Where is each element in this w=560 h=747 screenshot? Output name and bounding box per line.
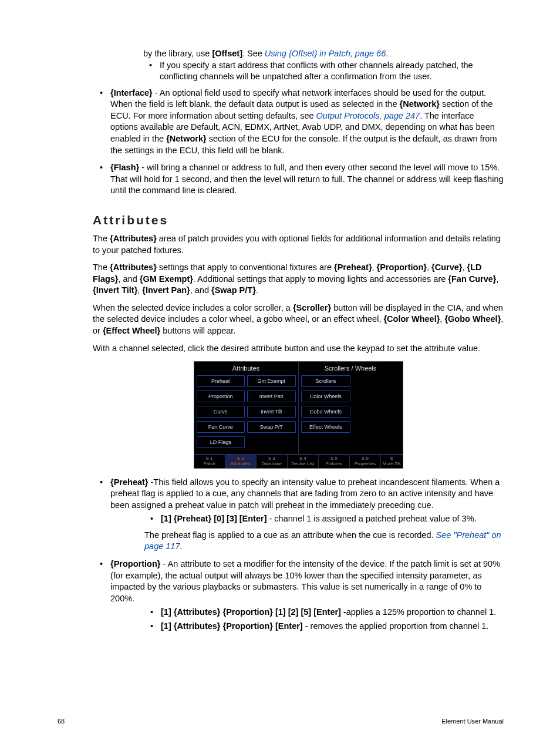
- attr-p2: The {Attributes} settings that apply to …: [93, 262, 504, 297]
- keystrokes: [1] {Preheat} [0] [3] [Enter]: [161, 514, 266, 523]
- preheat-label: {Preheat}: [110, 477, 148, 487]
- attributes-label: {Attributes}: [110, 234, 157, 243]
- output-protocols-link[interactable]: Output Protocols, page 247: [316, 111, 420, 120]
- empty-slot: [301, 436, 400, 448]
- interface-item: {Interface} - An optional field used to …: [93, 88, 504, 156]
- intro-continuation: by the library, use [Offset]. See Using …: [143, 48, 504, 83]
- lbl: {Preheat}: [334, 263, 372, 272]
- preheat-item: {Preheat} -This field allows you to spec…: [93, 477, 504, 553]
- tab-patch[interactable]: S 1Patch: [194, 455, 225, 468]
- network-label-2: {Network}: [166, 134, 207, 143]
- attributes-panel-figure: Attributes PreheatGm Exempt ProportionIn…: [194, 361, 403, 468]
- preheat-button[interactable]: Preheat: [197, 375, 245, 387]
- lbl: {Color Wheel}: [383, 314, 440, 324]
- col-title: Attributes: [197, 363, 296, 375]
- empty-slot: [353, 375, 400, 387]
- empty-slot: [353, 406, 400, 418]
- text: - channel 1 is assigned a patched prehea…: [266, 514, 476, 523]
- color-wheels-button[interactable]: Color Wheels: [301, 391, 351, 402]
- empty-slot: [353, 391, 400, 402]
- lbl: {Curve}: [431, 263, 462, 272]
- offset-key: [Offset]: [212, 49, 242, 58]
- interface-label: {Interface}: [110, 88, 153, 97]
- flash-item: {Flash} - will bring a channel or addres…: [93, 162, 504, 197]
- keystrokes: [1] {Attributes} {Proportion} [1] [2] [5…: [161, 607, 346, 617]
- text: - An attribute to set a modifier for the…: [110, 559, 500, 603]
- lbl: {Invert Tilt}: [93, 285, 137, 295]
- empty-slot: [353, 421, 400, 433]
- text: - will bring a channel or address to ful…: [110, 163, 504, 195]
- library-offset-line: by the library, use [Offset]. See Using …: [143, 48, 504, 60]
- invert-tilt-button[interactable]: Invert Tilt: [247, 406, 296, 418]
- page: by the library, use [Offset]. See Using …: [0, 0, 560, 747]
- tab-properties[interactable]: S 6Properties: [350, 455, 381, 468]
- text: ,: [427, 263, 431, 272]
- top-options-list: {Interface} - An optional field used to …: [93, 88, 504, 197]
- text: . Additional settings that apply to movi…: [193, 274, 448, 284]
- lbl: {Invert Pan}: [142, 285, 190, 295]
- preheat-sublist: [1] {Preheat} [0] [3] [Enter] - channel …: [144, 513, 504, 525]
- effect-wheels-button[interactable]: Effect Wheels: [301, 421, 351, 433]
- proportion-sublist: [1] {Attributes} {Proportion} [1] [2] [5…: [144, 607, 504, 632]
- offset-link[interactable]: Using {Offset} in Patch, page 66: [265, 49, 386, 58]
- manual-title: Element User Manual: [441, 717, 504, 726]
- lbl: {Fan Curve}: [448, 274, 496, 284]
- text: ,: [462, 263, 467, 272]
- lbl: {Gobo Wheel}: [444, 314, 501, 324]
- invert-pan-button[interactable]: Invert Pan: [247, 391, 296, 402]
- text: by the library, use: [143, 49, 212, 58]
- text: , and: [190, 285, 211, 295]
- text: The preheat flag is applied to a cue as …: [144, 530, 436, 540]
- curve-button[interactable]: Curve: [197, 406, 245, 418]
- attributes-heading: Attributes: [93, 212, 504, 228]
- text: When the selected device includes a colo…: [93, 303, 293, 312]
- tab-attributes[interactable]: S 2Attributes: [225, 455, 257, 468]
- text: buttons will appear.: [160, 326, 235, 335]
- gm-exempt-button[interactable]: Gm Exempt: [247, 375, 296, 387]
- conflict-note: If you specify a start address that conf…: [143, 60, 504, 83]
- lbl: {Proportion}: [377, 263, 427, 272]
- attr-p1: The {Attributes} area of patch provides …: [93, 233, 504, 256]
- lbl: {Attributes}: [110, 263, 157, 272]
- lbl: {Scroller}: [293, 303, 331, 312]
- text: .: [180, 541, 182, 551]
- lbl: {GM Exempt}: [140, 274, 193, 284]
- text: -This field allows you to specify an int…: [110, 477, 500, 510]
- text: applies a 125% proportion to channel 1.: [346, 607, 497, 617]
- ld-flags-button[interactable]: LD Flags: [197, 436, 245, 448]
- page-number: 68: [58, 717, 65, 726]
- tab-fixtures[interactable]: S 5Fixtures: [319, 455, 350, 468]
- lbl: {Effect Wheel}: [103, 326, 160, 335]
- proportion-button[interactable]: Proportion: [197, 391, 245, 402]
- attribute-details-list: {Preheat} -This field allows you to spec…: [93, 477, 504, 632]
- empty-slot: [247, 436, 296, 448]
- gobo-wheels-button[interactable]: Gobo Wheels: [301, 406, 351, 418]
- text: The: [93, 263, 110, 272]
- tab-database[interactable]: S 3Database: [257, 455, 288, 468]
- text: settings that apply to conventional fixt…: [157, 263, 334, 272]
- text: - removes the applied proportion from ch…: [303, 621, 489, 631]
- text: ,: [372, 263, 377, 272]
- intro-sublist: If you specify a start address that conf…: [143, 60, 504, 83]
- keystrokes: [1] {Attributes} {Proportion} [Enter]: [161, 621, 303, 631]
- proportion-label: {Proportion}: [110, 559, 160, 568]
- proportion-item: {Proportion} - An attribute to set a mod…: [93, 558, 504, 632]
- text: , and: [119, 274, 140, 284]
- fan-curve-button[interactable]: Fan Curve: [197, 421, 245, 433]
- text: .: [386, 49, 388, 58]
- preheat-note: The preheat flag is applied to a cue as …: [144, 530, 504, 553]
- attr-p4: With a channel selected, click the desir…: [93, 343, 504, 355]
- attr-p3: When the selected device includes a colo…: [93, 302, 504, 337]
- lbl: {Swap P/T}: [211, 285, 256, 295]
- flash-label: {Flash}: [110, 163, 139, 172]
- figure-tabs: S 1Patch S 2Attributes S 3Database S 4De…: [194, 454, 403, 468]
- proportion-example-1: [1] {Attributes} {Proportion} [1] [2] [5…: [144, 607, 504, 618]
- swap-pt-button[interactable]: Swap P/T: [247, 421, 296, 433]
- fig-col-scrollers: Scrollers / Wheels Scrollers Color Wheel…: [298, 362, 403, 454]
- tab-more-sk[interactable]: ⊛More SK: [381, 455, 402, 468]
- text: The: [93, 234, 110, 243]
- proportion-example-2: [1] {Attributes} {Proportion} [Enter] - …: [144, 621, 504, 632]
- page-footer: 68 Element User Manual: [58, 717, 504, 726]
- tab-device-list[interactable]: S 4Device List: [288, 455, 319, 468]
- scrollers-button[interactable]: Scrollers: [301, 375, 351, 387]
